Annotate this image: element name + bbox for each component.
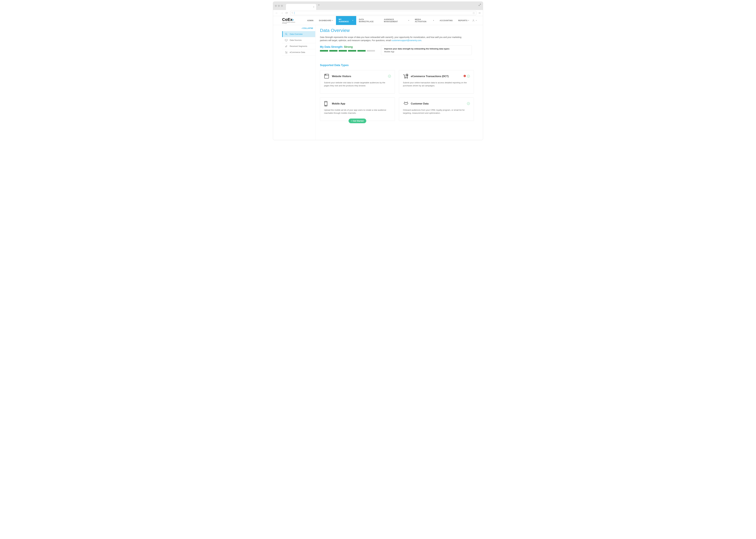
chevron-left-icon: ‹ bbox=[301, 27, 302, 29]
data-type-card-mobile-app: Mobile AppUpload the mobile ad ids of yo… bbox=[320, 98, 395, 121]
strength-segment bbox=[320, 50, 328, 51]
alert-icon[interactable]: i bbox=[464, 75, 466, 77]
user-menu[interactable]: ▼ bbox=[472, 19, 482, 22]
check-icon: ✓ bbox=[467, 75, 470, 78]
browser-window: × + ← → ⟳ CoEx‹‹‹ The Co-Operative Au bbox=[273, 2, 483, 140]
window-controls[interactable] bbox=[275, 5, 283, 7]
page-title: Data Overview bbox=[320, 28, 474, 33]
strength-segment bbox=[367, 50, 375, 51]
page-intro: Data Strength represents the scope of da… bbox=[320, 36, 465, 42]
sidebar-item-data-sources[interactable]: Data Sources bbox=[282, 37, 315, 43]
main-content: Data Overview Data Strength represents t… bbox=[315, 25, 483, 140]
new-tab-button[interactable]: + bbox=[318, 3, 320, 7]
browser-tab-bar: × + bbox=[273, 2, 483, 10]
nav-item-data-marketplace[interactable]: DATA MARKETPLACE bbox=[356, 16, 381, 25]
search-icon bbox=[285, 33, 288, 36]
strength-segment bbox=[357, 50, 366, 51]
monitor-icon bbox=[285, 39, 288, 41]
search-icon bbox=[291, 12, 293, 14]
nav-item-accounting[interactable]: ACCOUNTING bbox=[437, 16, 455, 25]
sidebar-collapse-button[interactable]: ‹ COLLAPSE bbox=[282, 25, 315, 31]
cart-icon bbox=[285, 51, 288, 54]
card-title: Customer Data bbox=[411, 102, 428, 105]
sidebar: ‹ COLLAPSE Data OverviewData SourcesRece… bbox=[282, 25, 315, 140]
sidebar-item-data-overview[interactable]: Data Overview bbox=[282, 31, 315, 37]
get-started-button[interactable]: + Get Started bbox=[348, 118, 366, 123]
svg-point-10 bbox=[405, 77, 406, 78]
back-button[interactable]: ← bbox=[275, 11, 278, 15]
card-title: eCommerce Transactions (DCT) bbox=[411, 75, 449, 78]
reload-button[interactable]: ⟳ bbox=[285, 11, 288, 15]
chevron-down-icon: ▼ bbox=[468, 20, 469, 21]
svg-point-11 bbox=[407, 77, 408, 78]
improve-title: Improve your data strength by onboarding… bbox=[384, 47, 469, 50]
card-icon bbox=[403, 101, 408, 106]
support-email-link[interactable]: customersupport@owneriq.com bbox=[392, 39, 421, 41]
sidebar-item-label: Received Segments bbox=[290, 45, 307, 47]
logo-chevrons-icon: ‹‹‹ bbox=[292, 18, 293, 22]
svg-rect-4 bbox=[285, 39, 287, 41]
sidebar-item-ecommerce-data[interactable]: eCommerce Data bbox=[282, 49, 315, 55]
close-tab-icon[interactable]: × bbox=[313, 6, 314, 8]
nav-item-admin[interactable]: ADMIN bbox=[304, 16, 316, 25]
svg-marker-1 bbox=[473, 12, 475, 14]
card-description: Submit your website visit data to create… bbox=[324, 81, 391, 87]
improve-value: Mobile App bbox=[384, 50, 469, 53]
chevron-down-icon: ▼ bbox=[352, 20, 353, 21]
fullscreen-icon[interactable] bbox=[479, 4, 481, 6]
svg-point-6 bbox=[287, 53, 287, 53]
coex-logo[interactable]: CoEx‹‹‹ The Co-Operative Audience Exchan… bbox=[282, 17, 300, 24]
data-strength-heading: My Data Strength: Strong bbox=[320, 45, 375, 48]
data-strength-value: Strong bbox=[344, 45, 353, 48]
logo-text: Co bbox=[282, 17, 288, 22]
sidebar-item-label: Data Overview bbox=[290, 33, 303, 35]
browser-toolbar: ← → ⟳ bbox=[273, 10, 483, 16]
svg-point-2 bbox=[473, 20, 474, 21]
clip-icon bbox=[285, 45, 288, 47]
address-bar[interactable] bbox=[290, 11, 476, 15]
nav-item-media-activation[interactable]: MEDIA ACTIVATION▼ bbox=[412, 16, 437, 25]
card-title: Website Visitors bbox=[332, 75, 351, 78]
bookmark-icon[interactable] bbox=[473, 12, 475, 14]
sidebar-item-label: Data Sources bbox=[290, 39, 302, 41]
svg-point-14 bbox=[326, 106, 326, 106]
nav-item-my-audience[interactable]: MY AUDIENCE▼ bbox=[336, 16, 356, 25]
collapse-label: COLLAPSE bbox=[302, 27, 313, 29]
logo-tagline: The Co-Operative Audience Exchange bbox=[282, 22, 300, 24]
card-description: Onboard audiences from your CRM, loyalty… bbox=[403, 109, 470, 115]
data-type-card-website-visitors: Website Visitors✓Submit your website vis… bbox=[320, 70, 395, 94]
data-type-card-customer-data: Customer Data✓Onboard audiences from you… bbox=[399, 98, 474, 121]
card-description: Submit your online transaction data to a… bbox=[403, 81, 470, 87]
chevron-down-icon: ▼ bbox=[332, 20, 333, 21]
data-type-card-ecommerce-transactions-dct-: eCommerce Transactions (DCT)i✓Submit you… bbox=[399, 70, 474, 94]
chevron-down-icon: ▼ bbox=[476, 20, 477, 21]
supported-data-types-heading: Supported Data Types bbox=[320, 64, 474, 67]
browser-tab[interactable]: × bbox=[286, 4, 316, 10]
browser-menu-icon[interactable] bbox=[479, 12, 481, 14]
text-cursor bbox=[294, 12, 295, 14]
chevron-down-icon: ▼ bbox=[408, 20, 409, 21]
card-title: Mobile App bbox=[332, 102, 345, 105]
check-icon: ✓ bbox=[388, 75, 391, 78]
card-description: Upload the mobile ad ids of your app use… bbox=[324, 109, 391, 115]
card-icon bbox=[324, 74, 329, 79]
svg-point-0 bbox=[292, 12, 293, 14]
strength-segment bbox=[339, 50, 347, 51]
app-top-nav: CoEx‹‹‹ The Co-Operative Audience Exchan… bbox=[273, 16, 483, 25]
forward-button[interactable]: → bbox=[280, 11, 283, 15]
sidebar-item-received-segments[interactable]: Received Segments bbox=[282, 43, 315, 49]
nav-item-reports[interactable]: REPORTS▼ bbox=[455, 16, 472, 25]
nav-item-audience-management[interactable]: AUDIENCE MANAGEMENT▼ bbox=[381, 16, 412, 25]
card-icon bbox=[403, 74, 408, 79]
strength-segment bbox=[348, 50, 356, 51]
check-icon: ✓ bbox=[467, 102, 470, 105]
sidebar-item-label: eCommerce Data bbox=[290, 51, 305, 53]
card-icon bbox=[324, 101, 329, 106]
nav-item-dashboard[interactable]: DASHBOARD▼ bbox=[316, 16, 336, 25]
user-icon bbox=[472, 19, 475, 22]
improve-data-box: Improve your data strength by onboarding… bbox=[381, 45, 472, 55]
svg-point-3 bbox=[285, 33, 287, 35]
data-strength-meter bbox=[320, 50, 375, 51]
strength-segment bbox=[329, 50, 338, 51]
chevron-down-icon: ▼ bbox=[433, 20, 434, 21]
